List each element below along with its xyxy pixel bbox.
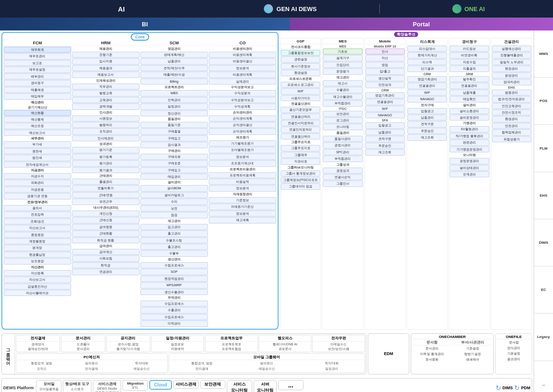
co-수익-label: 수익성분석보고 — [209, 85, 276, 90]
fcm-전표-label: 전표/정부관리 — [4, 200, 71, 205]
gsp-회사기준: 회사기준정보 — [281, 63, 320, 69]
mes-설계: 설계가구 — [323, 55, 362, 61]
hrm-근태신청: 근태신청 — [72, 217, 140, 223]
gw-mail-title: 전자우편 — [313, 336, 364, 342]
bi-portal-bar: BI Portal — [0, 18, 553, 30]
core-box: Core FCM 재무회계 재무표관리 보고표 재무표설정 배부관리 — [1, 32, 279, 330]
gsp-그룹사: 그룹사 통계정보관리 — [281, 170, 320, 176]
genai-section: GEN AI DEWS — [206, 4, 374, 13]
ris-전자구매-label: 전자구매 — [407, 103, 447, 108]
mobile-납품관리: 납품관리 — [365, 129, 405, 135]
fcm-자산관리-label: 자산관리 — [4, 265, 71, 270]
sidebar-pos[interactable]: POS — [534, 78, 553, 125]
pc-msg-묵지대화: 묵지/대화 — [117, 361, 166, 366]
con-임대차관리: 임대차관리 — [492, 79, 531, 85]
con-ehs-label: EHS — [492, 86, 531, 89]
co-자재원창-label: 자재원창관리 — [209, 192, 276, 197]
mes-그룹인사: 그룹인사 — [323, 181, 362, 187]
platform-migration: Migration ETL — [122, 380, 148, 391]
gsp-전사-label: 전사코드통합 — [281, 45, 320, 49]
gsp-데이터점검: 그룹데이터 점검 — [281, 183, 320, 189]
fcm-법인세: 법인세 — [4, 155, 71, 161]
mes-title: MES — [323, 39, 362, 44]
mobile-견적구문: 견적구문 — [365, 136, 405, 142]
hrm-인재-label: 인재육성관리 — [72, 78, 140, 83]
scm-출고관리: 출고관리 — [140, 230, 208, 236]
fcm-배부관리: 배부관리 — [4, 73, 71, 79]
gsp-그룹재무: 그룹재무 — [281, 152, 320, 158]
scm-title: SCM — [140, 40, 208, 46]
mes-로그관리: 로그관리 — [323, 117, 362, 123]
fcm-원천세: 원천세 — [4, 148, 71, 154]
dots-label: ... — [288, 381, 293, 389]
security-label: 보안관제 — [204, 381, 221, 387]
gsp-col: GSP 전사코드통합 그룹통합정보보안 관한설정 회사기준정보 환경설정 프로세… — [280, 38, 321, 330]
con-인안교육: 인안교육관리 — [492, 103, 531, 109]
mes-성과-label: 그룹성과 — [323, 163, 362, 167]
dims-pdm: ↻ DIMS ↻ PDM — [496, 384, 531, 392]
scm-매출수금: 매출/제반/수금 — [140, 72, 208, 78]
sidebar-legacy[interactable]: Legacy — [534, 314, 553, 361]
extend-sol-area: 확장솔루션 — [280, 32, 532, 37]
gw-bottom-row: PC메신저 통합검색, 알림 조직도 알파원선 전자결재 — [16, 353, 365, 373]
fcm-예산현황: 예산현황 — [4, 110, 71, 116]
scm-검사결과: 검사결과 — [140, 142, 208, 148]
hrm-연월차휴가: 연월차휴가 — [72, 185, 140, 191]
exp-공정운영: 공정운영관리 — [450, 158, 489, 164]
gsp-지표비표: 지표비표 — [281, 158, 320, 164]
ris-리스액: 리스액 — [407, 59, 447, 65]
gsp-프로세스로그: 프로세스 로그관리 — [281, 82, 320, 88]
con-법령관리: 법령관리 — [492, 90, 531, 96]
scm-점검: 점검 — [140, 212, 208, 218]
ris-재고조회2: 재고조회 — [407, 134, 447, 140]
sidebar-ehs[interactable]: EHS — [534, 172, 553, 219]
mes-col: MES MES 기초보 설계가구 모집단리 운영평가 재고관리 재고사 수불관리… — [322, 38, 363, 330]
co-정보분석2: 정보분석 — [209, 154, 276, 160]
sidebar-dots[interactable]: ... — [534, 361, 553, 392]
sidebar-plm[interactable]: PLM — [534, 125, 553, 172]
scm-billing: Billing — [140, 78, 208, 84]
mobile-erp-label: Mobile ERP 10 — [365, 45, 405, 48]
exp-연결결관리: 연결결관리 — [450, 83, 489, 89]
exp-sv활동: SV활동관리 — [450, 126, 489, 132]
hrm-근태-label: 근태관리 — [72, 174, 140, 178]
fcm-현금출납장: 현금출납장 — [4, 252, 71, 258]
pc-msg-전자결재: 전자결재 — [67, 366, 116, 372]
scm-무역-label: 무역관리 — [140, 296, 208, 300]
gw-elec-payment-sub2: 결재승인/반려 — [17, 347, 59, 351]
co-프로젝트비용계획: 프로젝트비용계획 — [209, 172, 276, 178]
fcm-전표입력: 전표입력 — [4, 211, 71, 217]
mes-공정사관리: 공정사관리 — [323, 142, 362, 148]
onechamber-box: ONECHAMBER 문서함 문서관리 이력 및 통계관리 문서중화 부서/사관… — [411, 333, 494, 374]
dims-refresh-icon[interactable]: ↻ — [496, 384, 501, 392]
mes-label: MES — [323, 45, 362, 48]
sidebar-wms[interactable]: WMS — [534, 30, 553, 78]
exp-지출결의: 지출결의 — [450, 66, 489, 72]
divider — [379, 4, 380, 14]
ris-title: 리스회계 — [407, 39, 447, 45]
scm-영업-label: 영업관리 — [140, 47, 208, 51]
fcm-매입채무: 매입채무 — [4, 93, 71, 99]
sidebar-ec[interactable]: EC — [534, 266, 553, 314]
fcm-종정원장: 종정원장 — [4, 232, 71, 238]
gsp-wf: W/F — [281, 88, 320, 94]
pdm-refresh-icon[interactable]: ↻ — [514, 384, 520, 392]
scm-보전: 보전 — [140, 205, 208, 211]
mgw-묵지대화: 묵지/대화 — [300, 361, 364, 366]
hrm-직무관리: 직무관리 — [72, 84, 140, 90]
fcm-자금-label: 자금관리 — [4, 168, 71, 173]
co-실제관리: 실제관리 — [209, 78, 276, 84]
mes-연결사순익: 연결사순익 — [323, 174, 362, 180]
co-정보분석: 정보분석 — [209, 65, 276, 71]
platform-box: DEWS Platform 모바일 모바일플랫폼 형상/배포 도구 소스뱅크 — [1, 378, 532, 392]
fcm-재무표설정: 재무표설정 — [4, 66, 71, 72]
sidebar-dims[interactable]: DIMS — [534, 219, 553, 266]
ris-wf2: W/F — [407, 90, 447, 96]
fcm-경비청구: 경비청구 — [4, 80, 71, 86]
gw-project-sub2: 프로젝트협업 — [206, 347, 257, 351]
mobile-col: Mobile Mobile ERP 10 인사 자산 영업 입/출고 생산실적 … — [365, 38, 406, 330]
ris-연결결관리2: 연결결관리 — [407, 83, 447, 89]
hrm-채용-label: 채용관리 — [72, 47, 140, 51]
ris-주문승인2: 주문승인 — [407, 128, 447, 134]
mgw-알파원선: 알파원선 — [235, 361, 298, 366]
